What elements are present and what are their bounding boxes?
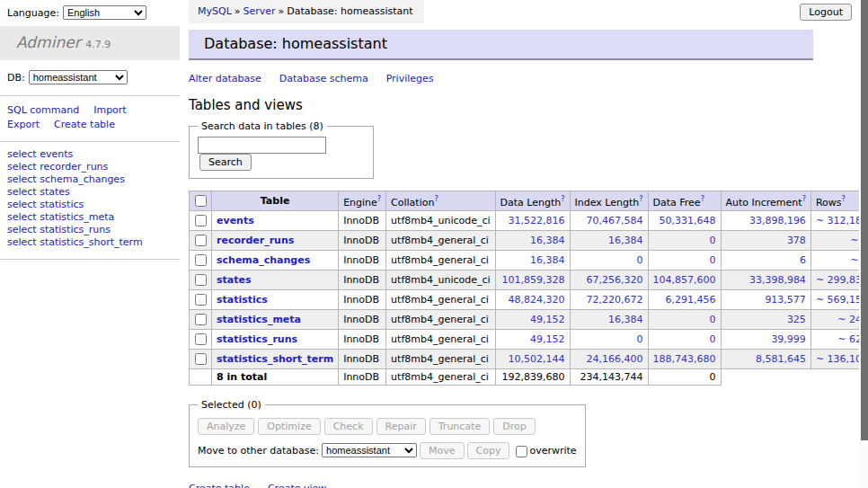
index-length-link[interactable]: 24,166,400 <box>587 353 643 365</box>
table-name-link[interactable]: states <box>217 274 252 286</box>
privileges-link[interactable]: Privileges <box>386 73 434 84</box>
help-link[interactable]: ? <box>639 195 642 203</box>
data-free-cell: 104,857,600 <box>648 271 721 290</box>
help-link[interactable]: ? <box>802 195 806 203</box>
column-header-label: Collation <box>391 197 434 209</box>
help-superscript: ? <box>841 195 845 203</box>
breadcrumb-server-link[interactable]: Server <box>244 5 276 17</box>
row-checkbox[interactable] <box>195 314 207 325</box>
index-length-link[interactable]: 70,467,584 <box>587 215 643 226</box>
help-link[interactable]: ? <box>377 195 381 203</box>
sidebar-select-link[interactable]: select states <box>7 187 173 199</box>
create-table-link[interactable]: Create table <box>189 483 250 488</box>
data-free-link[interactable]: 188,743,680 <box>653 353 716 365</box>
sidebar-select-link[interactable]: select statistics_runs <box>7 225 173 236</box>
auto-increment-link[interactable]: 378 <box>787 235 806 246</box>
row-checkbox[interactable] <box>195 235 207 246</box>
index-length-link[interactable]: 72,220,672 <box>587 294 643 306</box>
sidebar-select-link[interactable]: select schema_changes <box>7 174 173 186</box>
row-checkbox[interactable] <box>195 254 207 266</box>
data-free-link[interactable]: 0 <box>710 235 716 246</box>
alter-database-link[interactable]: Alter database <box>189 73 261 84</box>
search-input[interactable] <box>198 137 326 154</box>
index-length-cell: 70,467,584 <box>570 211 648 231</box>
search-button[interactable]: Search <box>199 154 252 171</box>
data-free-link[interactable]: 0 <box>710 314 716 325</box>
sidebar-select-link[interactable]: select statistics_meta <box>7 212 173 224</box>
database-action-links: Alter databaseDatabase schemaPrivileges <box>189 73 859 84</box>
data-length-cell: 48,824,320 <box>495 290 570 310</box>
select-all-checkbox[interactable] <box>195 195 207 207</box>
row-checkbox[interactable] <box>195 294 207 306</box>
logout-button[interactable]: Logout <box>800 4 852 21</box>
data-length-link[interactable]: 49,152 <box>530 333 565 345</box>
table-name-link[interactable]: statistics_short_term <box>217 353 333 365</box>
db-select[interactable]: homeassistant <box>29 70 128 84</box>
table-name-link[interactable]: statistics_meta <box>217 314 301 325</box>
breadcrumb-mysql-link[interactable]: MySQL <box>198 5 232 17</box>
create-table-link-sidebar[interactable]: Create table <box>54 119 115 130</box>
database-schema-link[interactable]: Database schema <box>279 73 368 84</box>
data-length-link[interactable]: 48,824,320 <box>509 294 565 306</box>
row-checkbox[interactable] <box>195 353 207 365</box>
sidebar-select-link[interactable]: select statistics_short_term <box>7 237 173 249</box>
help-link[interactable]: ? <box>561 195 564 203</box>
language-select[interactable]: English <box>63 5 146 20</box>
sidebar-select-link[interactable]: select events <box>7 149 173 161</box>
table-name-link[interactable]: events <box>217 215 254 226</box>
data-length-link[interactable]: 16,384 <box>530 235 565 246</box>
help-link[interactable]: ? <box>434 195 438 203</box>
index-length-link[interactable]: 0 <box>637 254 643 266</box>
data-free-link[interactable]: 6,291,456 <box>666 294 716 306</box>
help-link[interactable]: ? <box>701 195 704 203</box>
data-free-link[interactable]: 50,331,648 <box>660 215 716 226</box>
data-free-link[interactable]: 104,857,600 <box>653 274 716 286</box>
table-name-cell: statistics <box>212 290 339 310</box>
scrollbar[interactable] <box>859 0 868 488</box>
data-length-link[interactable]: 16,384 <box>530 254 565 266</box>
data-free-link[interactable]: 0 <box>710 254 716 266</box>
auto-increment-link[interactable]: 33,898,196 <box>749 215 806 226</box>
data-length-link[interactable]: 101,859,328 <box>502 274 565 286</box>
table-name-link[interactable]: statistics <box>217 294 268 306</box>
index-length-link[interactable]: 0 <box>637 333 643 345</box>
sql-command-link[interactable]: SQL command <box>7 104 79 116</box>
help-link[interactable]: ? <box>841 195 845 203</box>
data-length-link[interactable]: 31,522,816 <box>509 215 565 226</box>
index-length-cell: 67,256,320 <box>570 271 648 290</box>
total-data-length: 192,839,680 <box>495 369 570 386</box>
table-name-link[interactable]: statistics_runs <box>217 333 297 345</box>
export-link[interactable]: Export <box>7 119 40 130</box>
auto-increment-link[interactable]: 6 <box>800 254 806 266</box>
breadcrumb-current: Database: homeassistant <box>287 5 412 17</box>
table-header-row: TableEngine?Collation?Data Length?Index … <box>190 191 868 211</box>
data-free-link[interactable]: 0 <box>710 333 716 345</box>
index-length-link[interactable]: 16,384 <box>608 235 643 246</box>
data-length-link[interactable]: 49,152 <box>530 314 565 325</box>
create-view-link[interactable]: Create view <box>268 483 326 488</box>
index-length-link[interactable]: 16,384 <box>608 314 643 325</box>
data-length-link[interactable]: 10,502,144 <box>509 353 565 365</box>
import-link[interactable]: Import <box>93 104 127 116</box>
move-db-select[interactable]: homeassistant <box>322 443 417 457</box>
row-checkbox[interactable] <box>195 274 207 286</box>
breadcrumb-separator: » <box>279 5 285 17</box>
sidebar-select-link[interactable]: select statistics <box>7 200 173 211</box>
overwrite-checkbox[interactable] <box>516 446 527 457</box>
row-checkbox-cell <box>190 330 212 350</box>
auto-increment-link[interactable]: 39,999 <box>771 333 806 345</box>
column-header-label: Auto Increment <box>726 197 802 209</box>
selected-buttons: AnalyzeOptimizeCheckRepairTruncateDrop <box>198 418 577 435</box>
row-checkbox[interactable] <box>195 215 207 226</box>
scrollbar-thumb[interactable] <box>861 0 868 440</box>
table-name-link[interactable]: recorder_runs <box>217 235 294 246</box>
index-length-link[interactable]: 67,256,320 <box>587 274 643 286</box>
sidebar-select-link[interactable]: select recorder_runs <box>7 162 173 173</box>
auto-increment-link[interactable]: 8,581,645 <box>756 353 806 365</box>
auto-increment-link[interactable]: 325 <box>787 314 806 325</box>
table-name-link[interactable]: schema_changes <box>217 254 310 266</box>
row-checkbox[interactable] <box>195 333 207 345</box>
auto-increment-link[interactable]: 33,398,984 <box>749 274 806 286</box>
auto-increment-link[interactable]: 913,577 <box>765 294 806 306</box>
index-length-cell: 16,384 <box>570 231 648 251</box>
